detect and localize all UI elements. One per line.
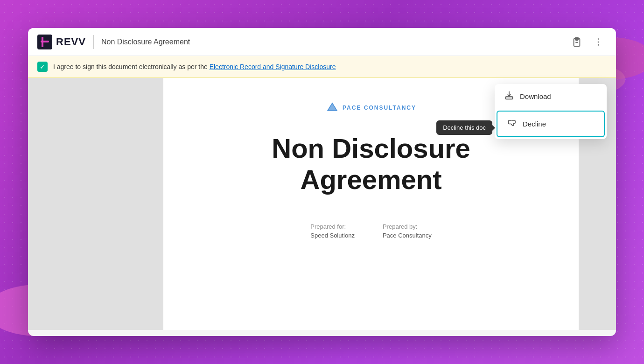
document-meta: Prepared for: Speed Solutionz Prepared b… — [191, 223, 551, 239]
thumbs-down-icon — [507, 118, 517, 130]
header-actions — [568, 34, 607, 50]
checkmark-icon: ✓ — [40, 63, 45, 70]
svg-rect-1 — [41, 41, 49, 42]
logo-area: REVV — [37, 35, 86, 49]
consent-checkbox[interactable]: ✓ — [37, 62, 48, 72]
company-name: PACE CONSULTANCY — [343, 105, 416, 111]
download-label: Download — [520, 92, 551, 100]
disclosure-link[interactable]: Electronic Record and Signature Disclosu… — [210, 63, 336, 70]
document-title: Non Disclosure Agreement — [101, 38, 190, 46]
consent-text: I agree to sign this document electronic… — [53, 63, 336, 70]
decline-button[interactable]: Decline — [497, 111, 605, 137]
decline-label: Decline — [523, 120, 546, 128]
svg-point-7 — [598, 41, 599, 42]
download-icon — [504, 91, 514, 102]
logo-icon — [37, 35, 52, 49]
company-logo-icon — [326, 101, 339, 114]
header-divider — [93, 35, 94, 49]
document-title-main: Non Disclosure Agreement — [191, 133, 551, 195]
header: REVV Non Disclosure Agreement — [28, 28, 616, 56]
decline-tooltip: Decline this doc — [436, 120, 492, 135]
dropdown-menu: Download Decline — [495, 84, 607, 139]
svg-point-8 — [598, 44, 599, 46]
main-window: REVV Non Disclosure Agreement — [28, 28, 616, 336]
logo-text: REVV — [56, 36, 86, 48]
svg-point-6 — [598, 38, 599, 40]
clipboard-button[interactable] — [568, 34, 585, 50]
prepared-by: Prepared by: Pace Consultancy — [383, 223, 432, 239]
more-options-button[interactable] — [590, 34, 607, 50]
download-button[interactable]: Download — [495, 84, 607, 109]
consent-bar: ✓ I agree to sign this document electron… — [28, 56, 616, 78]
doc-sidebar-left — [28, 78, 163, 330]
prepared-for: Prepared for: Speed Solutionz — [310, 223, 355, 239]
